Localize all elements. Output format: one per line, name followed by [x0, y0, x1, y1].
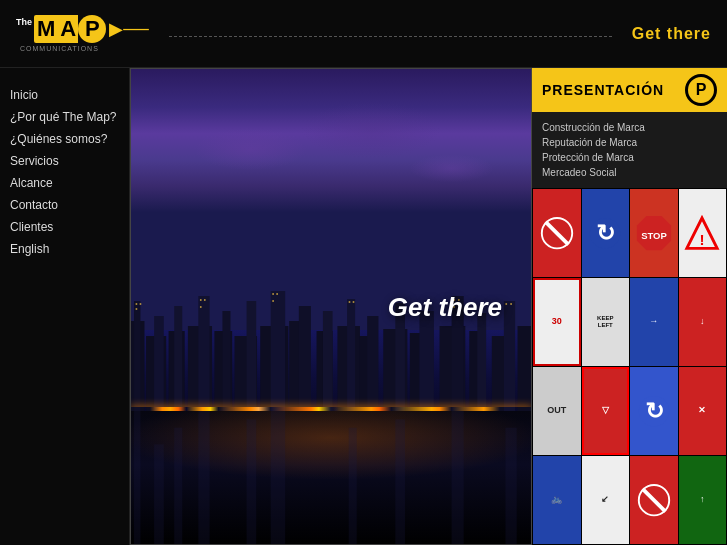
svg-text:↻: ↻ [644, 398, 663, 424]
sign-cell: STOP [630, 189, 678, 277]
right-menu-items: Construcción de MarcaReputación de Marca… [532, 112, 727, 188]
right-panel-menu-item[interactable]: Mercadeo Social [542, 165, 717, 180]
logo-map: M A P ▶── [34, 15, 149, 43]
nav-list: Inicio¿Por qué The Map?¿Quiénes somos?Se… [10, 84, 119, 260]
svg-rect-42 [349, 301, 351, 303]
svg-rect-40 [276, 293, 278, 295]
main-image-text: Get there [388, 291, 502, 322]
sign-cell: ! [679, 189, 727, 277]
svg-rect-32 [518, 326, 532, 411]
svg-rect-3 [154, 316, 164, 411]
logo-m: M [34, 15, 58, 43]
logo-arrow: ▶── [109, 18, 149, 40]
sign-cell: ↻ [630, 367, 678, 455]
p-icon: P [685, 74, 717, 106]
sidebar-nav-item[interactable]: ¿Quiénes somos? [10, 128, 119, 150]
sign-cell: 30 [533, 278, 581, 366]
svg-rect-11 [247, 301, 257, 411]
sign-cell [630, 456, 678, 544]
svg-rect-7 [198, 296, 209, 411]
svg-rect-35 [136, 308, 138, 310]
sign-cell: → [630, 278, 678, 366]
svg-text:STOP: STOP [641, 230, 667, 241]
sidebar-nav-item[interactable]: ¿Por qué The Map? [10, 106, 119, 128]
header-tagline: Get there [632, 25, 711, 43]
header: The M A P ▶── COMMUNICATIONS Get there [0, 0, 727, 68]
sidebar: Inicio¿Por qué The Map?¿Quiénes somos?Se… [0, 68, 130, 545]
svg-rect-19 [347, 299, 355, 411]
right-panel-menu-item[interactable]: Construcción de Marca [542, 120, 717, 135]
sidebar-nav-item[interactable]: English [10, 238, 119, 260]
svg-rect-31 [504, 301, 515, 411]
header-divider-line [169, 36, 612, 37]
svg-rect-17 [323, 311, 333, 411]
svg-rect-37 [204, 299, 206, 301]
svg-rect-15 [299, 306, 311, 411]
sign-cell: ↓ [679, 278, 727, 366]
logo-a: A [58, 15, 78, 43]
svg-rect-13 [271, 291, 285, 411]
svg-rect-41 [272, 300, 274, 302]
logo-the-text: The [16, 17, 32, 27]
reflection-svg [130, 411, 532, 545]
svg-rect-1 [134, 301, 140, 411]
right-panel: PRESENTACIÓN P Construcción de MarcaRepu… [532, 68, 727, 545]
content-area: Get there PRESENTACIÓN P Construcción de… [130, 68, 727, 545]
svg-rect-29 [477, 313, 486, 411]
svg-rect-38 [200, 306, 202, 308]
svg-rect-57 [452, 411, 464, 545]
svg-rect-5 [174, 306, 182, 411]
svg-rect-48 [510, 303, 512, 305]
svg-rect-47 [505, 303, 507, 305]
sign-cell: ▽ [582, 367, 630, 455]
right-panel-menu-item[interactable]: Protección de Marca [542, 150, 717, 165]
svg-rect-51 [174, 428, 182, 545]
svg-text:↻: ↻ [596, 220, 615, 246]
main-layout: Inicio¿Por qué The Map?¿Quiénes somos?Se… [0, 68, 727, 545]
svg-rect-36 [200, 299, 202, 301]
svg-rect-52 [198, 411, 209, 545]
svg-rect-9 [222, 311, 230, 411]
svg-rect-56 [395, 420, 405, 545]
logo: The M A P ▶── COMMUNICATIONS [16, 15, 149, 52]
svg-rect-49 [134, 411, 140, 545]
sign-cell: KEEP LEFT [582, 278, 630, 366]
svg-rect-21 [367, 316, 378, 411]
sign-cell: ↻ [582, 189, 630, 277]
svg-rect-53 [247, 420, 257, 545]
sign-cell: ✕ [679, 367, 727, 455]
logo-subtitle: COMMUNICATIONS [20, 45, 99, 52]
main-image-panel: Get there [130, 68, 532, 545]
svg-rect-43 [353, 301, 355, 303]
svg-rect-34 [140, 303, 142, 305]
clouds [130, 92, 532, 283]
svg-rect-25 [419, 311, 433, 411]
svg-text:!: ! [700, 230, 705, 247]
sidebar-nav-item[interactable]: Clientes [10, 216, 119, 238]
sign-cell [533, 189, 581, 277]
sidebar-nav-item[interactable]: Servicios [10, 150, 119, 172]
presentacion-bar[interactable]: PRESENTACIÓN P [532, 68, 727, 112]
svg-rect-54 [271, 411, 285, 545]
sign-cell: OUT [533, 367, 581, 455]
sign-cell: 🚲 [533, 456, 581, 544]
sign-cell: ↙ [582, 456, 630, 544]
signs-collage: ↻ STOP ! 30KEEP LEFT→↓OUT▽ ↻ ✕🚲↙ ↑ [532, 188, 727, 545]
right-panel-menu-item[interactable]: Reputación de Marca [542, 135, 717, 150]
sidebar-nav-item[interactable]: Inicio [10, 84, 119, 106]
sign-cell: ↑ [679, 456, 727, 544]
svg-rect-33 [136, 303, 138, 305]
sidebar-nav-item[interactable]: Alcance [10, 172, 119, 194]
sidebar-nav-item[interactable]: Contacto [10, 194, 119, 216]
svg-rect-58 [505, 428, 516, 545]
svg-rect-50 [154, 445, 164, 545]
svg-rect-55 [349, 428, 357, 545]
logo-p: P [78, 15, 106, 43]
svg-rect-39 [272, 293, 274, 295]
presentacion-title: PRESENTACIÓN [542, 82, 664, 98]
